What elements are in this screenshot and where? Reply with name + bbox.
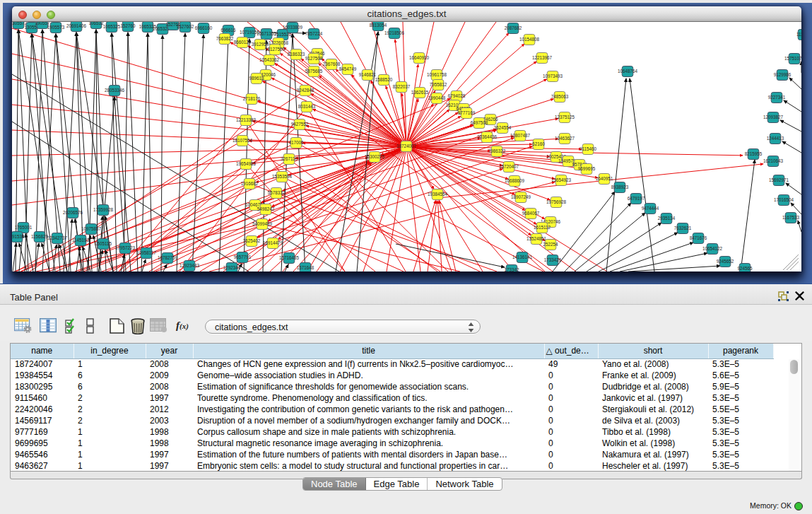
svg-text:106532: 106532 bbox=[88, 22, 104, 25]
svg-text:18127509: 18127509 bbox=[265, 47, 286, 52]
svg-text:696616: 696616 bbox=[220, 28, 236, 33]
svg-text:17957223: 17957223 bbox=[115, 245, 136, 250]
svg-text:9427552: 9427552 bbox=[291, 122, 309, 127]
svg-text:16210643: 16210643 bbox=[763, 158, 784, 163]
svg-text:7625402: 7625402 bbox=[243, 238, 261, 243]
svg-text:173342: 173342 bbox=[504, 267, 519, 271]
svg-text:1765001: 1765001 bbox=[15, 225, 33, 230]
svg-text:62160: 62160 bbox=[532, 141, 545, 146]
svg-text:7857224: 7857224 bbox=[305, 31, 323, 36]
svg-text:10463627: 10463627 bbox=[555, 136, 575, 141]
svg-text:2718176: 2718176 bbox=[243, 96, 261, 101]
svg-text:20691406: 20691406 bbox=[66, 23, 87, 28]
svg-text:17016504: 17016504 bbox=[774, 197, 794, 202]
svg-text:1733426: 1733426 bbox=[544, 257, 562, 262]
svg-text:9129986: 9129986 bbox=[774, 72, 792, 77]
svg-text:152760: 152760 bbox=[120, 23, 136, 28]
svg-text:16640910: 16640910 bbox=[409, 55, 430, 60]
svg-text:3624554: 3624554 bbox=[494, 125, 512, 130]
svg-text:12213967: 12213967 bbox=[532, 55, 553, 60]
svg-text:10807487: 10807487 bbox=[510, 133, 531, 138]
svg-text:417006: 417006 bbox=[288, 140, 304, 145]
svg-text:3267110: 3267110 bbox=[281, 156, 298, 161]
svg-text:12923443: 12923443 bbox=[180, 263, 200, 268]
svg-text:20206576: 20206576 bbox=[63, 210, 83, 215]
svg-text:8813054: 8813054 bbox=[370, 23, 387, 28]
svg-text:8471676: 8471676 bbox=[690, 235, 707, 240]
svg-text:10154808: 10154808 bbox=[519, 37, 540, 42]
svg-text:8215955: 8215955 bbox=[745, 151, 763, 156]
svg-text:1505115: 1505115 bbox=[95, 241, 112, 246]
svg-text:16033809: 16033809 bbox=[283, 25, 303, 30]
svg-text:10688609: 10688609 bbox=[505, 178, 525, 183]
svg-text:7663822: 7663822 bbox=[216, 36, 234, 41]
svg-text:12213383: 12213383 bbox=[236, 117, 257, 122]
svg-text:15720407: 15720407 bbox=[499, 164, 519, 169]
svg-text:15353594: 15353594 bbox=[272, 174, 293, 179]
svg-text:8186323: 8186323 bbox=[288, 52, 305, 57]
svg-text:7485063: 7485063 bbox=[551, 94, 569, 99]
svg-text:6497508: 6497508 bbox=[471, 120, 488, 125]
svg-text:14136141: 14136141 bbox=[512, 255, 533, 259]
svg-text:10958117: 10958117 bbox=[136, 250, 156, 255]
svg-text:8322037: 8322037 bbox=[393, 84, 411, 89]
svg-text:9245652: 9245652 bbox=[717, 259, 734, 264]
svg-text:10975887: 10975887 bbox=[81, 226, 102, 231]
svg-text:18107554: 18107554 bbox=[233, 138, 253, 143]
svg-text:10654122: 10654122 bbox=[702, 246, 723, 251]
svg-text:8031443: 8031443 bbox=[298, 104, 316, 109]
svg-text:1167533: 1167533 bbox=[782, 215, 800, 220]
svg-text:9699695: 9699695 bbox=[578, 166, 596, 171]
svg-text:15300275: 15300275 bbox=[365, 154, 385, 159]
svg-text:1527602: 1527602 bbox=[177, 24, 194, 29]
svg-text:5875685: 5875685 bbox=[305, 69, 323, 74]
svg-text:924565: 924565 bbox=[737, 266, 753, 271]
svg-text:5498242: 5498242 bbox=[257, 206, 275, 211]
svg-text:15692971: 15692971 bbox=[769, 177, 789, 182]
svg-text:9227341: 9227341 bbox=[768, 95, 786, 100]
svg-text:10961758: 10961758 bbox=[427, 72, 447, 77]
svg-text:9684067: 9684067 bbox=[522, 211, 540, 216]
svg-text:10543362: 10543362 bbox=[259, 57, 280, 62]
svg-text:6794028: 6794028 bbox=[448, 93, 466, 98]
svg-text:2367608: 2367608 bbox=[323, 62, 341, 66]
svg-text:9777169: 9777169 bbox=[458, 110, 476, 115]
svg-text:13654923: 13654923 bbox=[551, 177, 572, 182]
svg-text:9657791: 9657791 bbox=[234, 255, 252, 259]
svg-text:989613: 989613 bbox=[249, 76, 264, 81]
svg-text:12375125: 12375125 bbox=[555, 115, 575, 119]
svg-text:19218506: 19218506 bbox=[384, 30, 405, 35]
svg-text:5578332: 5578332 bbox=[268, 190, 286, 195]
svg-text:6966160: 6966160 bbox=[195, 25, 213, 30]
svg-text:9474444: 9474444 bbox=[642, 206, 659, 211]
svg-text:2935134: 2935134 bbox=[658, 216, 676, 221]
svg-text:391530: 391530 bbox=[12, 234, 25, 239]
svg-text:16914479: 16914479 bbox=[263, 240, 283, 245]
svg-text:8938923: 8938923 bbox=[611, 185, 629, 189]
svg-text:8454749: 8454749 bbox=[339, 66, 357, 71]
svg-text:28053346: 28053346 bbox=[105, 88, 125, 93]
svg-text:1156829: 1156829 bbox=[31, 234, 49, 239]
svg-text:1905573: 1905573 bbox=[47, 25, 65, 30]
svg-text:1640951: 1640951 bbox=[596, 176, 613, 181]
svg-text:1362615: 1362615 bbox=[411, 90, 429, 95]
svg-text:3912954: 3912954 bbox=[252, 42, 269, 47]
svg-text:1615112: 1615112 bbox=[534, 225, 551, 230]
svg-text:54099489: 54099489 bbox=[252, 221, 273, 226]
svg-text:1292344: 1292344 bbox=[223, 265, 241, 270]
svg-text:9242848: 9242848 bbox=[297, 88, 314, 93]
svg-text:9127508: 9127508 bbox=[305, 56, 323, 61]
svg-text:1916682: 1916682 bbox=[241, 181, 259, 186]
svg-text:19384554: 19384554 bbox=[428, 192, 448, 197]
svg-text:16782759: 16782759 bbox=[158, 255, 178, 260]
svg-text:10648764: 10648764 bbox=[618, 69, 638, 74]
svg-text:7986322: 7986322 bbox=[488, 148, 506, 153]
svg-text:12093827: 12093827 bbox=[763, 115, 784, 119]
svg-text:1588520: 1588520 bbox=[375, 77, 393, 82]
svg-text:12342737: 12342737 bbox=[47, 235, 68, 240]
svg-text:7632621: 7632621 bbox=[674, 226, 692, 230]
svg-text:2087682: 2087682 bbox=[505, 25, 522, 30]
svg-text:111753: 111753 bbox=[796, 32, 801, 37]
svg-text:1990448: 1990448 bbox=[428, 95, 446, 100]
svg-text:1145193: 1145193 bbox=[72, 238, 90, 243]
